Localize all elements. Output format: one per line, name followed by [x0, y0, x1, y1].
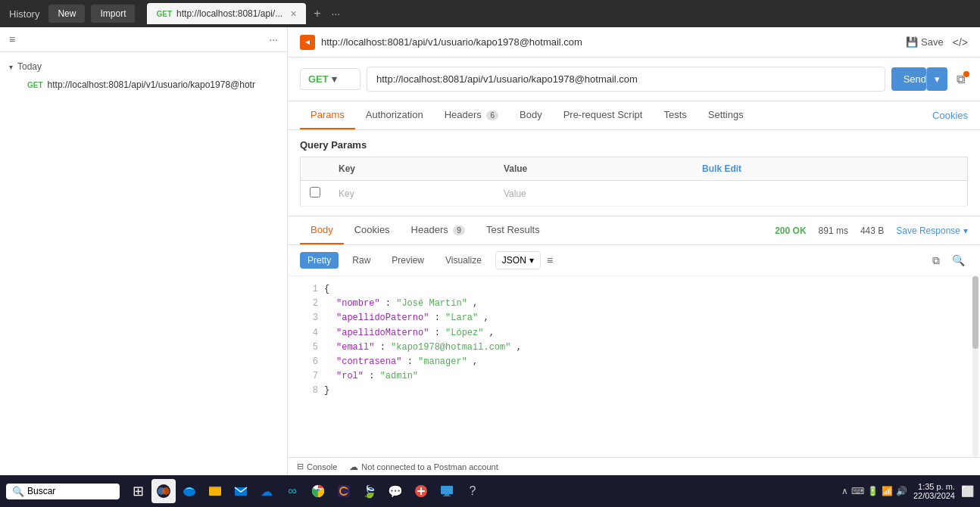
send-dropdown-button[interactable]: ▾ [926, 67, 947, 91]
row-checkbox[interactable] [310, 187, 320, 198]
tab-settings[interactable]: Settings [698, 101, 754, 129]
filter-icon[interactable]: ≡ [547, 254, 553, 266]
edge-icon[interactable] [177, 479, 201, 503]
clock: 1:35 p. m. 22/03/2024 [913, 482, 955, 500]
console-icon: ⊟ [297, 462, 304, 471]
search-input[interactable] [27, 486, 103, 496]
tray-chevron-icon[interactable]: ∧ [841, 486, 848, 496]
loop-icon[interactable]: ∞ [280, 479, 304, 503]
json-value: "admin" [380, 371, 418, 381]
resp-tab-headers-label: Headers 9 [411, 224, 465, 235]
params-check-header [301, 157, 330, 181]
json-value: "José Martín" [396, 298, 467, 309]
taskbar-search[interactable]: 🔍 [6, 484, 120, 499]
postman-taskbar-icon[interactable] [151, 479, 176, 503]
chat-app-icon[interactable]: 💬 [383, 479, 407, 503]
resp-tab-testresults[interactable]: Test Results [476, 216, 551, 244]
tab-method-badge: GET [156, 10, 172, 18]
value-cell[interactable]: Value [495, 181, 693, 207]
save-response-chevron-icon: ▾ [963, 226, 968, 236]
tab-body[interactable]: Body [509, 101, 553, 129]
tab-headers[interactable]: Headers 6 [434, 101, 509, 129]
console-button[interactable]: ⊟ Console [297, 462, 337, 471]
svg-point-3 [162, 487, 170, 495]
cookies-link[interactable]: Cookies [932, 110, 968, 121]
resp-tab-cookies-label: Cookies [354, 224, 390, 235]
new-tab-button[interactable]: + [309, 7, 325, 20]
tab-close-icon[interactable]: ✕ [290, 9, 297, 19]
history-label: History [6, 8, 42, 20]
json-line-5: 5 "email" : "kapo1978@hotmail.com" , [300, 341, 968, 355]
tab-authorization[interactable]: Authorization [355, 101, 434, 129]
explorer-icon[interactable] [203, 479, 227, 503]
orange-app-icon[interactable] [409, 479, 433, 503]
save-button[interactable]: 💾 Save [906, 36, 944, 48]
raw-button[interactable]: Raw [345, 252, 378, 269]
mail-icon[interactable] [229, 479, 253, 503]
code-snippet-icon[interactable]: </> [953, 36, 968, 48]
keyboard-icon[interactable]: ⌨ [851, 486, 864, 496]
green-app-icon[interactable]: 🍃 [357, 479, 382, 503]
pretty-button[interactable]: Pretty [300, 252, 339, 269]
json-key: "rol" [336, 371, 364, 381]
chrome-icon[interactable] [306, 479, 330, 503]
method-label: GET [308, 73, 329, 85]
import-button[interactable]: Import [91, 5, 135, 23]
onedrive-icon[interactable]: ☁ [254, 479, 279, 503]
resp-tab-body[interactable]: Body [300, 216, 344, 244]
volume-icon[interactable]: 🔊 [896, 486, 907, 496]
response-section: Body Cookies Headers 9 Test Results 200 … [288, 216, 980, 457]
request-tabs: Params Authorization Headers 6 Body Pre-… [288, 101, 980, 130]
copy-icon-wrapper: ⧉ [953, 73, 968, 86]
today-section[interactable]: ▾ Today [9, 58, 278, 75]
params-bulkedit-header[interactable]: Bulk Edit [693, 157, 967, 181]
url-input[interactable] [367, 67, 885, 92]
eclipse-icon[interactable] [332, 479, 356, 503]
bulk-edit-button[interactable]: Bulk Edit [702, 163, 741, 174]
request-header: http://localhost:8081/api/v1/usuario/kap… [288, 27, 980, 58]
visualize-button[interactable]: Visualize [438, 252, 489, 269]
chevron-down-icon: ▾ [9, 63, 13, 71]
preview-button[interactable]: Preview [384, 252, 432, 269]
json-colon: : [435, 328, 445, 338]
svg-rect-17 [443, 496, 451, 496]
taskview-icon[interactable]: ⊞ [126, 479, 150, 503]
json-line-6: 6 "contrasena" : "manager" , [300, 355, 968, 369]
sidebar: ≡ ··· ▾ Today GET http://localhost:8081/… [0, 27, 288, 475]
blue-monitor-icon[interactable] [435, 479, 459, 503]
json-key: "apellidoPaterno" [336, 313, 429, 323]
key-cell[interactable]: Key [329, 181, 495, 207]
tab-prerequest[interactable]: Pre-request Script [553, 101, 654, 129]
json-line-1: 1 { [300, 282, 968, 297]
scrollbar-thumb[interactable] [972, 276, 978, 349]
network-icon[interactable]: 📶 [882, 486, 893, 496]
params-table: Key Value Bulk Edit Key Value [300, 157, 968, 207]
resp-tab-headers[interactable]: Headers 9 [401, 216, 476, 244]
history-item[interactable]: GET http://localhost:8081/api/v1/usuario… [9, 75, 278, 95]
search-response-button[interactable]: 🔍 [949, 253, 968, 269]
battery-icon: 🔋 [867, 486, 879, 496]
format-select[interactable]: JSON ▾ [495, 251, 541, 269]
request-title-area: http://localhost:8081/api/v1/usuario/kap… [300, 35, 582, 50]
method-select[interactable]: GET ▾ [300, 68, 360, 90]
new-button[interactable]: New [48, 5, 85, 23]
send-button[interactable]: Send [891, 67, 926, 91]
json-line-7: 7 "rol" : "admin" [300, 369, 968, 384]
help-icon[interactable]: ? [460, 479, 485, 503]
search-icon: 🔍 [12, 486, 24, 497]
json-colon: : [380, 342, 391, 353]
sidebar-menu-icon[interactable]: ≡ [9, 33, 15, 45]
active-tab[interactable]: GET http://localhost:8081/api/... ✕ [147, 3, 306, 24]
tab-params[interactable]: Params [300, 101, 355, 129]
request-url-title: http://localhost:8081/api/v1/usuario/kap… [321, 36, 582, 48]
send-button-group: Send ▾ [891, 67, 947, 91]
header-actions: 💾 Save </> [906, 36, 968, 48]
notifications-icon[interactable]: ⬜ [961, 485, 974, 497]
save-response-button[interactable]: Save Response ▾ [896, 226, 968, 236]
notification-dot [963, 71, 969, 77]
copy-response-button[interactable]: ⧉ [929, 253, 943, 269]
tab-more-button[interactable]: ··· [328, 8, 343, 20]
resp-tab-cookies[interactable]: Cookies [344, 216, 401, 244]
tab-tests[interactable]: Tests [653, 101, 697, 129]
sidebar-more-icon[interactable]: ··· [269, 33, 278, 45]
